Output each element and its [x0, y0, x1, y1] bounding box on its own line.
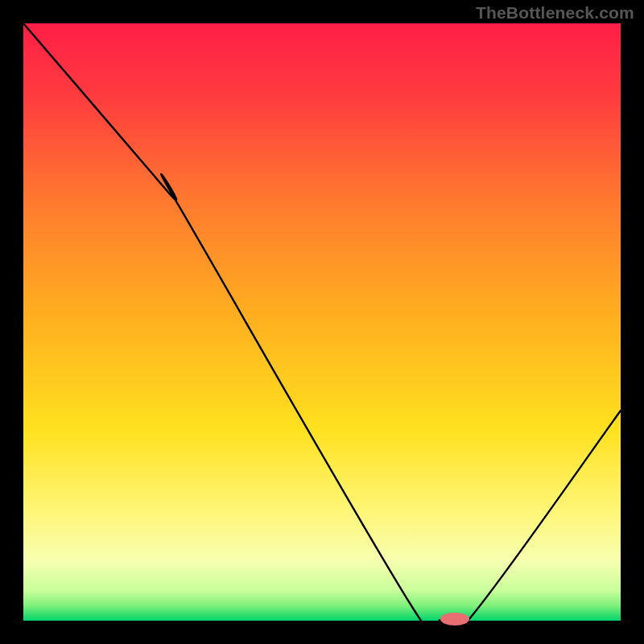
bottleneck-chart — [0, 0, 644, 644]
plot-background — [23, 23, 621, 621]
chart-frame: { "watermark": "TheBottleneck.com", "cha… — [0, 0, 644, 644]
optimal-marker — [440, 613, 469, 625]
watermark-text: TheBottleneck.com — [476, 3, 634, 23]
